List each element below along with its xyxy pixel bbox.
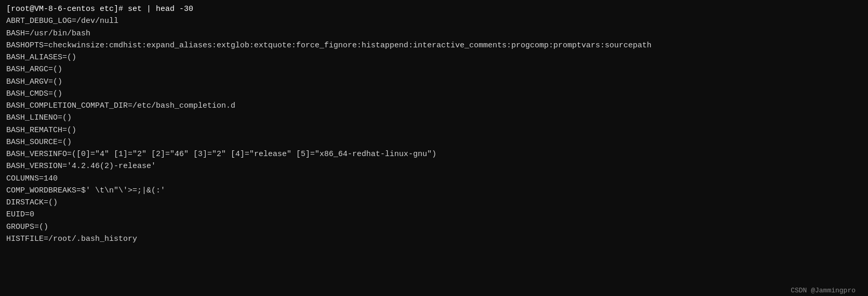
terminal-output-line: EUID=0 (6, 209, 862, 221)
terminal-output-line: ABRT_DEBUG_LOG=/dev/null (6, 15, 862, 27)
terminal-output-line: BASHOPTS=checkwinsize:cmdhist:expand_ali… (6, 40, 862, 52)
terminal-window: [root@VM-8-6-centos etc]# set | head -30… (6, 3, 862, 296)
terminal-output-line: BASH_COMPLETION_COMPAT_DIR=/etc/bash_com… (6, 100, 862, 112)
terminal-output-line: BASH_VERSION='4.2.46(2)-release' (6, 160, 862, 172)
terminal-output-line: COLUMNS=140 (6, 173, 862, 185)
terminal-output-line: BASH_LINENO=() (6, 112, 862, 124)
terminal-output-line: HISTFILE=/root/.bash_history (6, 233, 862, 245)
watermark: CSDN @Jammingpro (791, 286, 856, 296)
terminal-output-line: DIRSTACK=() (6, 197, 862, 209)
terminal-output: ABRT_DEBUG_LOG=/dev/nullBASH=/usr/bin/ba… (6, 15, 862, 245)
terminal-output-line: BASH_VERSINFO=([0]="4" [1]="2" [2]="46" … (6, 148, 862, 160)
terminal-output-line: BASH_ARGV=() (6, 76, 862, 88)
command-prompt-line: [root@VM-8-6-centos etc]# set | head -30 (6, 3, 862, 15)
terminal-output-line: COMP_WORDBREAKS=$' \t\n"\'>=;|&(:' (6, 185, 862, 197)
terminal-output-line: BASH=/usr/bin/bash (6, 28, 862, 40)
terminal-output-line: BASH_ALIASES=() (6, 52, 862, 63)
terminal-output-line: BASH_SOURCE=() (6, 136, 862, 148)
terminal-output-line: BASH_ARGC=() (6, 63, 862, 75)
terminal-output-line: BASH_CMDS=() (6, 88, 862, 100)
terminal-output-line: BASH_REMATCH=() (6, 124, 862, 136)
terminal-output-line: GROUPS=() (6, 221, 862, 233)
